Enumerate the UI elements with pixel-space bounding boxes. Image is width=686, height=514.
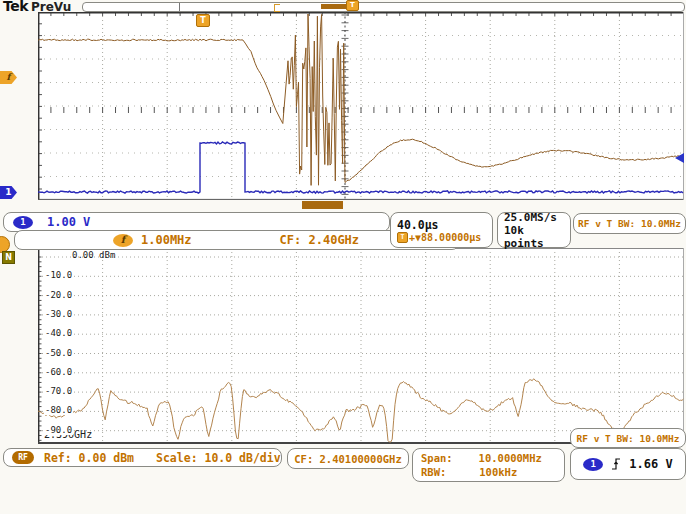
spectrum-time-bar[interactable] <box>302 201 343 209</box>
rf-scale-value: 1.00MHz <box>141 233 192 247</box>
sample-rate: 25.0MS/s <box>504 211 557 224</box>
ch1-badge: 1 <box>13 216 33 229</box>
rbw-value: 100kHz <box>479 466 517 478</box>
time-domain-graticule <box>38 12 684 200</box>
ch1-trace <box>38 142 683 193</box>
spectrum-ytick-label: -60.0 <box>44 367 73 377</box>
center-frequency-readout[interactable]: CF: 2.40100000GHz <box>287 448 409 469</box>
vertical-scale-value: Scale: 10.0 dB/div <box>156 451 281 465</box>
span-value: 10.0000MHz <box>479 452 542 464</box>
record-length: 10k points <box>504 224 570 250</box>
rf-badge: f <box>113 234 133 247</box>
rfvt-bw-value-upper: RF v T BW: 10.0MHz <box>578 218 681 229</box>
trigger-level-value: 1.66 V <box>629 457 672 471</box>
center-frequency-value: CF: 2.40100000GHz <box>294 453 401 465</box>
brand-logo: Tek <box>3 0 28 14</box>
record-trigger-marker[interactable]: T <box>346 0 359 11</box>
center-frequency-upper: CF: 2.40GHz <box>280 233 359 247</box>
normal-trace-badge: N <box>2 251 15 264</box>
oscilloscope-screen: Tek PreVu T T f 1 1 1.00 V f 1.00MHz CF:… <box>0 0 686 514</box>
time-per-div: 40.0µs <box>397 218 439 232</box>
rfvt-bandwidth-readout-upper[interactable]: RF v T BW: 10.0MHz <box>573 213 686 234</box>
record-view-bar[interactable] <box>82 2 685 12</box>
span-rbw-readout[interactable]: Span:10.0000MHz RBW:100kHz <box>412 448 565 482</box>
trace-end-arrow-icon <box>675 153 684 163</box>
trigger-delay-value: 88.00000µs <box>421 232 481 243</box>
trigger-delay-icon: T <box>397 232 408 243</box>
zoom-bracket <box>274 4 280 12</box>
rf-time-trace-handle[interactable]: f <box>0 71 17 84</box>
reference-level-label: 0.00 dBm <box>72 250 115 260</box>
spectrum-ytick-label: -20.0 <box>44 290 73 300</box>
record-divider <box>179 3 180 11</box>
spectrum-ytick-label: -30.0 <box>44 309 73 319</box>
rfvt-bw-value-lower: RF v T BW: 10.0MHz <box>577 433 680 444</box>
ch1-trace-handle[interactable]: 1 <box>0 186 17 199</box>
spectrum-ytick-label: -50.0 <box>44 348 73 358</box>
horizontal-readout[interactable]: 40.0µs T +▼ 88.00000µs <box>390 212 493 248</box>
rising-edge-icon <box>611 457 621 471</box>
rf-ref-scale-readout[interactable]: RF Ref: 0.00 dBm Scale: 10.0 dB/div <box>3 448 282 467</box>
span-label: Span: <box>421 452 453 464</box>
acquisition-readout[interactable]: 25.0MS/s 10k points <box>497 212 571 248</box>
ch1-scale-value: 1.00 V <box>47 215 90 229</box>
trigger-level-readout[interactable]: 1 1.66 V <box>570 448 686 480</box>
rf-channel-badge: RF <box>12 451 34 464</box>
spectrum-graticule <box>38 248 684 444</box>
ch1-scale-readout[interactable]: 1 1.00 V <box>3 212 390 232</box>
rf-time-trace <box>38 14 684 185</box>
spectrum-ytick-label: -40.0 <box>44 328 73 338</box>
trigger-delay-prefix-icon: +▼ <box>409 232 421 243</box>
spectrum-ytick-label: -70.0 <box>44 386 73 396</box>
trigger-source-badge: 1 <box>583 458 603 471</box>
rbw-label: RBW: <box>421 466 446 478</box>
trigger-position-marker[interactable]: T <box>196 14 210 27</box>
rfvt-bandwidth-readout-lower[interactable]: RF v T BW: 10.0MHz <box>570 428 686 448</box>
ref-level-value: Ref: 0.00 dBm <box>44 451 134 465</box>
spectrum-ytick-label: -10.0 <box>44 270 73 280</box>
spectrum-ytick-label: -90.0 <box>44 425 73 435</box>
spectrum-ytick-label: -80.0 <box>44 405 73 415</box>
